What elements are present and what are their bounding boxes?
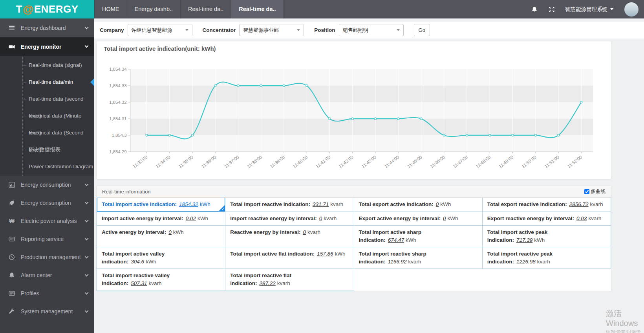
fullscreen-icon[interactable] [543,6,560,13]
go-button[interactable]: Go [414,24,430,36]
info-label: Total export active indication: [359,201,434,207]
info-unit: kWh [440,201,451,207]
sidebar-item-energy-dashboard[interactable]: Energy dashboard [0,18,94,37]
info-cell-empty [354,269,483,291]
svg-text:11:52:00: 11:52:00 [567,155,583,169]
info-unit: kWh [448,215,458,221]
info-cell[interactable]: Total import reactive peak indication:12… [483,247,611,269]
sidebar-item-reporting-service[interactable]: Reporting service [0,230,94,248]
info-value[interactable]: 0 [319,215,322,221]
sidebar-subitem-realtime-min[interactable]: Real-time data/min [0,74,94,90]
info-value[interactable]: 331.71 [313,201,329,207]
info-cell[interactable]: Total import active flat indication:157.… [225,247,354,269]
info-unit: kWh [406,237,416,243]
sidebar-subitem-historical-minute[interactable]: Historical data (Minute level) [0,107,94,124]
info-value[interactable]: 0.03 [576,215,587,221]
position-label: Position [314,27,335,33]
sidebar-item-profiles[interactable]: Profiles [0,284,94,302]
info-value[interactable]: 0.02 [186,215,196,221]
info-cell[interactable]: Import reactive energy by interval:0kvar… [225,212,354,226]
info-unit: kWh [173,229,184,235]
sidebar-subitem-realtime-signal[interactable]: Real-time data (signal) [0,57,94,74]
info-label: Import active energy by interval: [102,215,183,221]
info-value[interactable]: 1854.32 [179,201,198,207]
tab-energy-dashboard[interactable]: Energy dashb.. [127,0,181,18]
system-menu[interactable]: 智慧能源管理系统 [565,6,613,13]
info-cell[interactable]: Total import active valley indication:30… [97,247,225,269]
line-chart-svg: 1,854.291,854.31,854.311,854.321,854.331… [104,53,604,178]
tab-real-time-data-2[interactable]: Real-time da.. [231,0,284,18]
svg-text:11:35:00: 11:35:00 [177,155,194,169]
dashboard-icon [8,25,16,31]
info-value[interactable]: 507.31 [131,280,147,286]
sidebar-subitem-history-report[interactable]: 历史数据报表 [0,141,94,158]
notifications-bell-icon[interactable] [526,6,543,13]
info-cell[interactable]: Total import reactive flat indication:28… [225,269,354,291]
position-select[interactable]: 销售部照明 [339,24,404,36]
info-value[interactable]: 287.22 [260,280,276,286]
info-value[interactable]: 0 [168,229,172,235]
sidebar-item-alarm-center[interactable]: Alarm center [0,266,94,284]
info-cell[interactable]: Total export reactive indication:2856.72… [483,198,611,212]
svg-text:1,854.31: 1,854.31 [109,116,127,121]
info-value[interactable]: 0 [303,229,306,235]
info-cell[interactable]: Total import reactive indication:331.71k… [225,198,354,212]
sidebar-item-energy-consumption-1[interactable]: Energy consumption [0,176,94,194]
concentrator-select[interactable]: 智慧能源事业部 [239,24,304,36]
info-value[interactable]: 674.47 [388,237,404,243]
svg-text:11:36:00: 11:36:00 [201,155,217,169]
info-cell[interactable]: Total import active peak indication:717.… [483,226,611,247]
svg-text:1,854.3: 1,854.3 [112,133,127,138]
info-cell[interactable]: Import active energy by interval:0.02kWh [97,212,225,226]
info-cell[interactable]: Total export active indication:0kWh [354,198,483,212]
main-content: Company 许继信息智慧能源 Concentrator 智慧能源事业部 Po… [94,18,644,333]
avatar[interactable] [624,2,639,17]
chart-card: Total import active indication(unit: kWh… [96,41,611,180]
info-cell[interactable]: Active energy by interval:0kWh [97,226,225,247]
sidebar: Energy dashboard Energy monitor Real-tim… [0,18,94,333]
sidebar-item-energy-consumption-2[interactable]: Energy consumption [0,194,94,212]
info-cell[interactable]: Total import reactive sharp indication:1… [354,247,483,269]
info-value[interactable]: 1166.92 [388,259,407,265]
logo[interactable]: T@ENERGY [0,0,94,18]
tab-home[interactable]: HOME [94,0,127,18]
info-cell[interactable]: Export active energy by interval:0kWh [354,212,483,226]
sidebar-subitem-power-distribution-diagram[interactable]: Power Distribution Diagram [0,158,94,175]
watermark-line1: 激活 Windows [606,308,644,328]
panel-header: Real-time information 多曲线 [97,186,611,198]
info-value[interactable]: 1226.98 [516,259,536,265]
tab-real-time-data-1[interactable]: Real-time da.. [180,0,231,18]
chevron-down-icon [85,309,89,313]
info-value[interactable]: 157.86 [317,251,333,257]
info-unit: kvarh [590,201,603,207]
info-value[interactable]: 304.6 [131,259,144,265]
chevron-down-icon [85,25,89,29]
sidebar-subitem-realtime-second[interactable]: Real-time data (second level) [0,90,94,107]
sidebar-item-energy-monitor[interactable]: Energy monitor [0,37,94,56]
sidebar-item-system-management[interactable]: System management [0,302,94,320]
sidebar-item-production-management[interactable]: Production management [0,248,94,266]
line-chart[interactable]: 1,854.291,854.31,854.311,854.321,854.331… [104,53,604,178]
info-cell[interactable]: Reactive energy by interval:0kvarh [225,226,354,247]
info-value[interactable]: 2856.72 [569,201,589,207]
info-cell[interactable]: Export reactive energy by interval:0.03k… [483,212,611,226]
info-value[interactable]: 717.39 [516,237,532,243]
multi-curve-input[interactable] [584,189,589,194]
info-cell[interactable]: Total import active indication:1854.32kW… [97,198,225,212]
svg-text:11:34:00: 11:34:00 [155,155,171,169]
chevron-down-icon [85,272,89,276]
bell-icon [8,272,16,278]
info-label: Export active energy by interval: [359,215,441,221]
info-cell[interactable]: Total import active sharp indication:674… [354,226,483,247]
sidebar-item-electric-power-analysis[interactable]: ₩ Electric power analysis [0,212,94,230]
info-value[interactable]: 0 [443,215,446,221]
svg-text:11:39:00: 11:39:00 [269,155,285,169]
sidebar-subitem-historical-second[interactable]: Historical data (Second level) [0,124,94,141]
info-value[interactable]: 0 [436,201,439,207]
multi-curve-checkbox[interactable]: 多曲线 [584,188,606,195]
svg-text:11:33:00: 11:33:00 [132,155,148,169]
info-unit: kvarh [149,280,162,286]
company-select[interactable]: 许继信息智慧能源 [128,24,192,36]
info-cell[interactable]: Total import reactive valley indication:… [97,269,225,291]
multi-curve-label: 多曲线 [591,188,606,195]
